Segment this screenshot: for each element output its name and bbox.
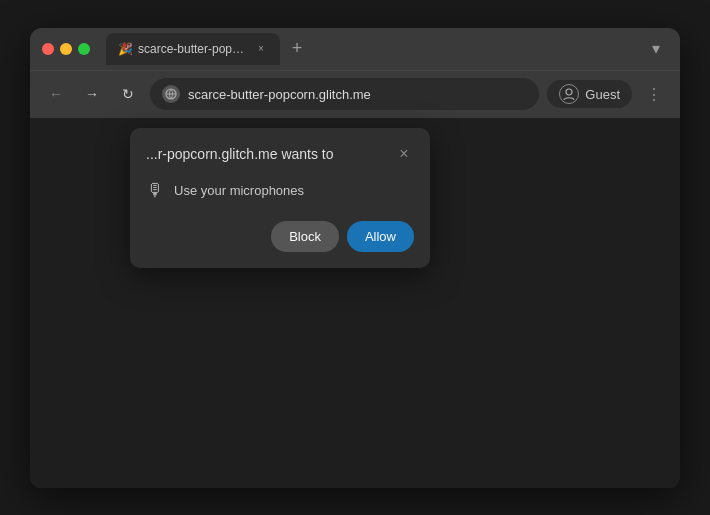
tab-title: scarce-butter-popcorn.glitch — [138, 42, 248, 56]
profile-icon — [559, 84, 579, 104]
popup-title: ...r-popcorn.glitch.me wants to — [146, 146, 334, 162]
profile-label: Guest — [585, 87, 620, 102]
popup-actions: Block Allow — [146, 221, 414, 252]
minimize-button[interactable] — [60, 43, 72, 55]
allow-button[interactable]: Allow — [347, 221, 414, 252]
permission-popup: ...r-popcorn.glitch.me wants to × 🎙 Use … — [130, 128, 430, 268]
browser-window: 🎉 scarce-butter-popcorn.glitch × + ▾ ← →… — [30, 28, 680, 488]
tab-expand-button[interactable]: ▾ — [644, 37, 668, 61]
browser-menu-button[interactable]: ⋮ — [640, 80, 668, 108]
popup-header: ...r-popcorn.glitch.me wants to × — [146, 144, 414, 164]
popup-permission: 🎙 Use your microphones — [146, 176, 414, 205]
tab-bar: 🎉 scarce-butter-popcorn.glitch × + ▾ — [106, 33, 668, 65]
block-button[interactable]: Block — [271, 221, 339, 252]
tab-close-button[interactable]: × — [254, 42, 268, 56]
popup-close-button[interactable]: × — [394, 144, 414, 164]
back-button[interactable]: ← — [42, 80, 70, 108]
forward-button[interactable]: → — [78, 80, 106, 108]
microphone-icon: 🎙 — [146, 180, 164, 201]
address-bar[interactable]: scarce-butter-popcorn.glitch.me — [150, 78, 539, 110]
active-tab[interactable]: 🎉 scarce-butter-popcorn.glitch × — [106, 33, 280, 65]
nav-bar: ← → ↻ scarce-butter-popcorn.glitch.me Gu… — [30, 70, 680, 118]
page-content: ...r-popcorn.glitch.me wants to × 🎙 Use … — [30, 118, 680, 488]
svg-point-2 — [566, 89, 572, 95]
tab-favicon: 🎉 — [118, 42, 132, 56]
traffic-lights — [42, 43, 90, 55]
title-bar: 🎉 scarce-butter-popcorn.glitch × + ▾ — [30, 28, 680, 70]
profile-button[interactable]: Guest — [547, 80, 632, 108]
new-tab-button[interactable]: + — [284, 36, 310, 62]
address-text: scarce-butter-popcorn.glitch.me — [188, 87, 527, 102]
reload-button[interactable]: ↻ — [114, 80, 142, 108]
permission-text: Use your microphones — [174, 183, 304, 198]
site-icon — [162, 85, 180, 103]
maximize-button[interactable] — [78, 43, 90, 55]
close-button[interactable] — [42, 43, 54, 55]
